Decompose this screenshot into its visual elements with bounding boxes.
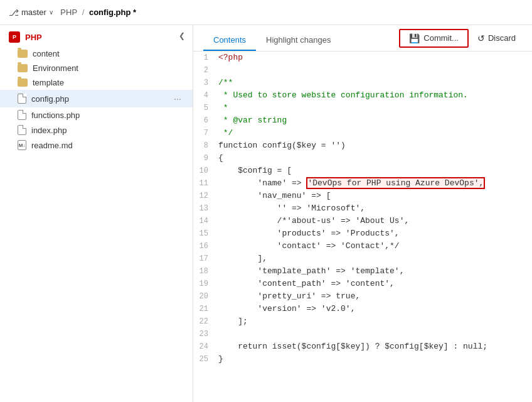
breadcrumb-sep2: / — [80, 8, 87, 17]
commit-icon: 💾 — [409, 33, 420, 43]
line-number: 17 — [193, 253, 216, 265]
line-number: 16 — [193, 240, 216, 253]
line-content: 'template_path' => 'template', — [216, 265, 532, 278]
line-number: 19 — [193, 278, 216, 290]
branch-icon: ⎇ — [9, 8, 19, 18]
breadcrumb-sep1 — [56, 8, 58, 17]
code-line: 1 <?php — [193, 52, 532, 64]
line-content: 'content_path' => 'content', — [216, 278, 532, 290]
tab-contents[interactable]: Contents — [203, 29, 256, 51]
folder-icon — [18, 79, 28, 87]
code-line: 3 /** — [193, 77, 532, 89]
code-line: 15 'products' => 'Products', — [193, 227, 532, 240]
breadcrumb-file: config.php * — [89, 8, 136, 17]
commit-label: Commit... — [423, 33, 459, 43]
line-content: <?php — [216, 52, 532, 64]
code-line: 22 ]; — [193, 315, 532, 328]
commit-button[interactable]: 💾 Commit... — [399, 29, 469, 48]
line-content: } — [216, 353, 532, 366]
line-content: /*'about-us' => 'About Us', — [216, 215, 532, 227]
code-line: 9 { — [193, 152, 532, 165]
branch-name[interactable]: master — [21, 8, 46, 17]
line-content — [216, 64, 532, 77]
folder-icon — [18, 64, 28, 72]
line-number: 6 — [193, 114, 216, 127]
line-number: 24 — [193, 340, 216, 353]
line-content: 'pretty_uri' => true, — [216, 290, 532, 303]
tab-highlight-label: Highlight changes — [266, 35, 331, 45]
line-content: * — [216, 102, 532, 114]
sidebar-item-config-php[interactable]: config.php ··· — [0, 90, 193, 107]
line-content: 'products' => 'Products', — [216, 227, 532, 240]
code-line: 10 $config = [ — [193, 165, 532, 177]
line-number: 7 — [193, 127, 216, 139]
line-number: 5 — [193, 102, 216, 114]
branch-chevron-icon[interactable]: ∨ — [49, 9, 53, 16]
line-content — [216, 328, 532, 340]
sidebar-item-label: readme.md — [31, 141, 184, 150]
file-icon — [18, 94, 26, 104]
line-content: ]; — [216, 315, 532, 328]
discard-button[interactable]: ↺ Discard — [471, 30, 522, 46]
code-line: 21 'version' => 'v2.0', — [193, 303, 532, 315]
line-number: 21 — [193, 303, 216, 315]
line-content: * @var string — [216, 114, 532, 127]
line-number: 3 — [193, 77, 216, 89]
tab-highlight-changes[interactable]: Highlight changes — [256, 29, 341, 51]
code-line: 14 /*'about-us' => 'About Us', — [193, 215, 532, 227]
tab-bar: Contents Highlight changes 💾 Commit... ↺… — [193, 25, 532, 52]
code-line: 25 } — [193, 353, 532, 366]
code-line: 17 ], — [193, 253, 532, 265]
main-layout: ❮ P PHP content Environment template con… — [0, 25, 532, 402]
sidebar-collapse-button[interactable]: ❮ — [176, 30, 188, 41]
line-number: 15 — [193, 227, 216, 240]
line-number: 1 — [193, 52, 216, 64]
code-editor[interactable]: 1 <?php 2 3 /** 4 * Used to store websit… — [193, 52, 532, 402]
line-number: 14 — [193, 215, 216, 227]
sidebar-item-functions-php[interactable]: functions.php — [0, 107, 193, 122]
sidebar-root-label: PHP — [25, 33, 42, 42]
line-content: */ — [216, 127, 532, 139]
folder-icon — [18, 50, 28, 58]
sidebar-item-label: functions.php — [31, 111, 184, 120]
code-line: 19 'content_path' => 'content', — [193, 278, 532, 290]
line-content: function config($key = '') — [216, 139, 532, 152]
sidebar-item-index-php[interactable]: index.php — [0, 122, 193, 138]
line-number: 20 — [193, 290, 216, 303]
code-line: 8 function config($key = '') — [193, 139, 532, 152]
discard-icon: ↺ — [477, 33, 485, 43]
tab-contents-label: Contents — [213, 35, 246, 45]
code-line: 5 * — [193, 102, 532, 114]
code-line: 20 'pretty_uri' => true, — [193, 290, 532, 303]
line-number: 23 — [193, 328, 216, 340]
tab-bar-left: Contents Highlight changes — [203, 25, 341, 51]
code-line: 11 'name' => 'DevOps for PHP using Azure… — [193, 177, 532, 190]
line-number: 12 — [193, 190, 216, 202]
line-number: 22 — [193, 315, 216, 328]
line-content: /** — [216, 77, 532, 89]
content-area: Contents Highlight changes 💾 Commit... ↺… — [193, 25, 532, 402]
sidebar-item-label: Environment — [33, 63, 184, 73]
line-number: 25 — [193, 353, 216, 366]
line-number: 8 — [193, 139, 216, 152]
sidebar-item-content[interactable]: content — [0, 46, 193, 61]
md-icon: M↓ — [18, 140, 26, 150]
php-root-icon: P — [9, 31, 20, 43]
file-icon — [18, 110, 26, 120]
sidebar-item-environment[interactable]: Environment — [0, 61, 193, 75]
sidebar-item-label: template — [33, 78, 184, 87]
line-content: 'nav_menu' => [ — [216, 190, 532, 202]
sidebar-item-label: index.php — [31, 126, 184, 135]
more-options-button[interactable]: ··· — [171, 92, 184, 105]
line-content: return isset($config[$key]) ? $config[$k… — [216, 340, 532, 353]
line-number: 4 — [193, 89, 216, 102]
sidebar-item-template[interactable]: template — [0, 75, 193, 90]
line-content: 'name' => 'DevOps for PHP using Azure De… — [216, 177, 532, 190]
sidebar-item-readme-md[interactable]: M↓ readme.md — [0, 138, 193, 153]
line-number: 13 — [193, 202, 216, 215]
line-content: '' => 'Microsoft', — [216, 202, 532, 215]
code-line: 2 — [193, 64, 532, 77]
code-line: 12 'nav_menu' => [ — [193, 190, 532, 202]
breadcrumb: master ∨ PHP / config.php * — [21, 8, 136, 17]
line-content: * Used to store website configuration in… — [216, 89, 532, 102]
